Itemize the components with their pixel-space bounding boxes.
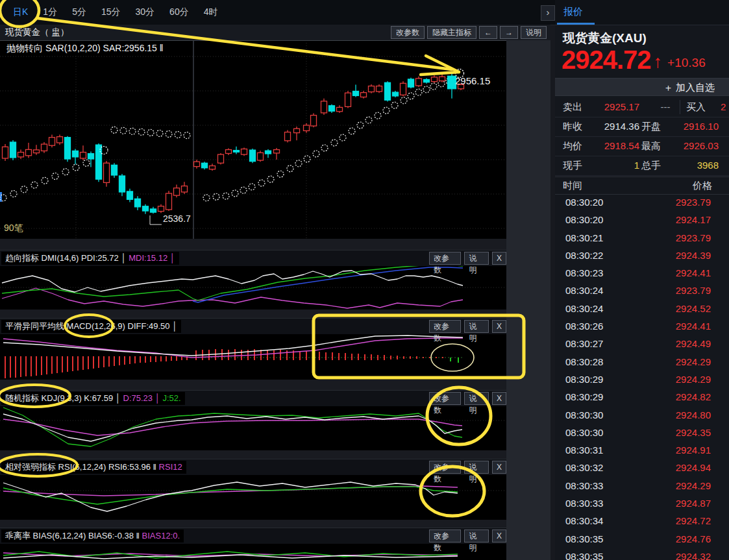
tick-row: 08:30:222924.39 — [555, 247, 729, 264]
quote-value: 1 — [586, 160, 639, 171]
close-indicator-button[interactable]: X — [492, 530, 506, 542]
tick-time: 08:30:30 — [565, 406, 603, 424]
tick-time: 08:30:26 — [565, 317, 603, 335]
tick-time: 08:30:20 — [565, 211, 603, 228]
tick-time: 08:30:21 — [565, 229, 603, 247]
indicator-button-改参数[interactable]: 改参数 — [429, 320, 461, 333]
indicator-button-说明[interactable]: 说明 — [464, 530, 489, 542]
quote-value: 2916.10 — [671, 121, 719, 132]
tick-price: 2924.94 — [676, 459, 711, 476]
tick-price: 2924.41 — [676, 317, 711, 335]
tab-日K[interactable]: 日K — [10, 5, 31, 19]
indicator-button-说明[interactable]: 说明 — [464, 320, 489, 333]
tab-5分[interactable]: 5分 — [69, 5, 90, 19]
quote-value: 昨收 — [563, 121, 582, 133]
tick-price: 2924.72 — [676, 512, 711, 530]
indicator-label-bias: 乖离率 BIAS(6,12,24) BIAS6:-0.38 ‖ BIAS12:0… — [1, 530, 184, 542]
tick-time: 08:30:29 — [565, 371, 603, 388]
tick-time: 08:30:24 — [565, 282, 603, 299]
tick-row: 08:30:272924.49 — [555, 335, 729, 352]
tab-30分[interactable]: 30分 — [132, 5, 158, 19]
tick-price: 2924.29 — [676, 353, 711, 371]
indicator-label-rsi: 相对强弱指标 RSI(6,12,24) RSI6:53.96 ‖ RSI12 — [1, 461, 186, 474]
tick-row: 08:30:292924.29 — [555, 371, 729, 388]
tick-row: 08:30:352924.32 — [555, 548, 729, 560]
indicator-label-dmi: 趋向指标 DMI(14,6) PDI:25.72 │ MDI:15.12 │ — [1, 252, 179, 265]
tick-price: 2924.91 — [676, 441, 711, 459]
quote-tabbar: 报价 — [555, 0, 729, 25]
timeframe-tabs: 日K1分5分15分30分60分4时 — [10, 0, 221, 25]
indicator-button-改参数[interactable]: 改参数 — [429, 461, 461, 474]
indicator-button-说明[interactable]: 说明 — [464, 252, 489, 265]
up-arrow-icon: ↑ — [654, 52, 663, 72]
sar-price-tag: 2956.15 — [455, 75, 490, 86]
quote-value: 买入 — [686, 101, 706, 114]
close-indicator-button[interactable]: X — [492, 252, 506, 265]
tab-60分[interactable]: 60分 — [166, 5, 192, 19]
tick-price: 2923.79 — [676, 193, 711, 211]
tick-price: 2923.79 — [676, 282, 711, 299]
quote-value: 卖出 — [563, 101, 582, 114]
tick-list-header: 时间 价格 — [555, 177, 729, 195]
indicator-header-macd: 平滑异同平均线 MACD(12,26,9) DIFF:49.50 │改参数说明X — [0, 318, 506, 334]
tick-price: 2924.76 — [676, 530, 711, 548]
tick-price: 2924.82 — [676, 388, 711, 406]
tab-15分[interactable]: 15分 — [98, 5, 124, 19]
tick-row: 08:30:232924.41 — [555, 264, 729, 282]
chart-window-titlebar: 现货黄金（ 盅） 改参数隐藏主指标←→说明 — [0, 25, 550, 41]
last-price-block: 2924.72 ↑ +10.36 — [562, 45, 706, 74]
pane-gap — [0, 239, 550, 250]
indicator-button-改参数[interactable]: 改参数 — [429, 252, 461, 265]
window-button-说明[interactable]: 说明 — [521, 26, 547, 39]
window-button-→[interactable]: → — [500, 26, 518, 39]
tick-price: 2924.29 — [676, 477, 711, 494]
quote-value: 总手 — [641, 160, 661, 172]
bars-count-label: 90笔 — [4, 223, 23, 234]
tick-row: 08:30:292924.82 — [555, 388, 729, 406]
close-indicator-button[interactable]: X — [492, 392, 506, 405]
quote-value: 2925.17 — [586, 101, 639, 112]
indicator-header-kdj: 随机指标 KDJ(9,3,3) K:67.59 │ D:75.23 │ J:52… — [0, 390, 506, 406]
indicator-button-说明[interactable]: 说明 — [464, 461, 489, 474]
indicator-button-改参数[interactable]: 改参数 — [429, 392, 461, 405]
tick-price: 2924.32 — [676, 548, 711, 560]
window-button-←[interactable]: ← — [479, 26, 497, 39]
tick-row: 08:30:242924.52 — [555, 300, 729, 317]
tab-1分[interactable]: 1分 — [40, 5, 60, 19]
tick-time: 08:30:31 — [565, 441, 603, 459]
tick-price: 2924.41 — [676, 264, 711, 282]
close-indicator-button[interactable]: X — [492, 461, 506, 474]
window-button-隐藏主指标[interactable]: 隐藏主指标 — [427, 26, 476, 39]
low-price-label: 2536.7 — [163, 213, 191, 224]
tab-quotes[interactable]: 报价 — [563, 6, 583, 18]
sar-indicator-label: 抛物转向 SAR(10,2,20) SAR:2956.15 ‖ — [3, 42, 167, 56]
add-to-watchlist-button[interactable]: ＋ 加入自选 — [555, 78, 729, 96]
toolbar-scroll-right-button[interactable]: › — [541, 5, 555, 21]
quote-value: 2914.36 — [586, 121, 639, 132]
quote-value: 最高 — [641, 140, 661, 152]
divider — [680, 100, 680, 114]
tick-price: 2924.29 — [676, 371, 711, 388]
tick-price: 2924.80 — [676, 406, 711, 424]
indicator-header-rsi: 相对强弱指标 RSI(6,12,24) RSI6:53.96 ‖ RSI12改参… — [0, 459, 506, 475]
price-axis-strip — [506, 40, 550, 560]
trading-app: 日K1分5分15分30分60分4时 › 现货黄金（ 盅） 改参数隐藏主指标←→说… — [0, 0, 729, 560]
tick-row: 08:30:242923.79 — [555, 282, 729, 299]
indicator-button-说明[interactable]: 说明 — [464, 392, 489, 405]
tick-price: 2924.35 — [676, 424, 711, 441]
tick-row: 08:30:332924.29 — [555, 477, 729, 494]
indicator-button-改参数[interactable]: 改参数 — [429, 530, 461, 542]
timeframe-toolbar: 日K1分5分15分30分60分4时 — [0, 0, 555, 25]
tick-time: 08:30:35 — [565, 530, 603, 548]
tick-time: 08:30:29 — [565, 388, 603, 406]
indicator-buttons: 改参数说明X — [429, 392, 506, 405]
tick-price: 2924.17 — [676, 211, 711, 228]
pane-gap — [0, 450, 550, 459]
tab-4时[interactable]: 4时 — [201, 5, 221, 19]
tick-time: 08:30:22 — [565, 247, 603, 264]
last-price: 2924.72 — [562, 45, 651, 74]
window-button-改参数[interactable]: 改参数 — [391, 26, 425, 39]
tick-list[interactable]: 08:30:202923.7908:30:202924.1708:30:2129… — [555, 193, 729, 560]
close-indicator-button[interactable]: X — [492, 320, 506, 333]
tick-price: 2923.79 — [676, 229, 711, 247]
